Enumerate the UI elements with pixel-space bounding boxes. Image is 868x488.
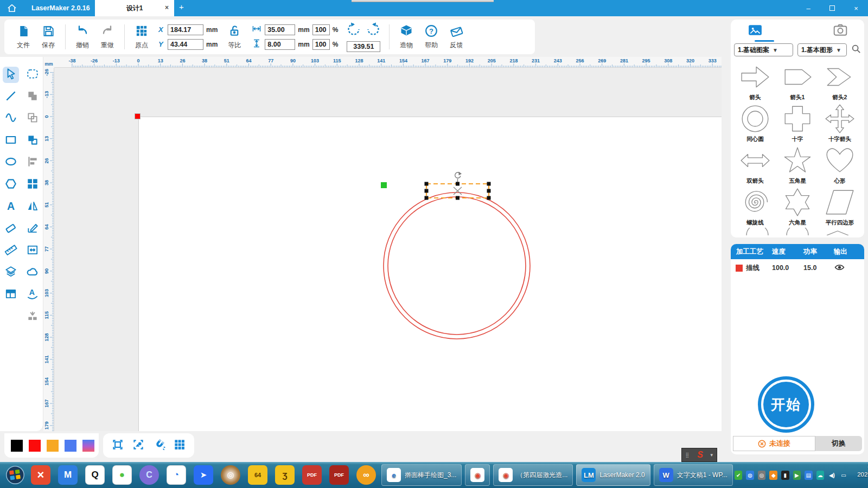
tab-capture[interactable] bbox=[833, 23, 848, 39]
rotate-ccw-button[interactable] bbox=[347, 22, 361, 38]
x-position-input[interactable]: 184.17 bbox=[168, 24, 203, 35]
color-swatch-4[interactable] bbox=[82, 440, 94, 452]
task-button-wps[interactable]: W文字文稿1 - WP... bbox=[654, 464, 733, 486]
xmind-taskbar-icon[interactable]: × bbox=[31, 465, 50, 485]
height-input[interactable]: 8.00 bbox=[265, 39, 295, 50]
category-select-2[interactable]: 1.基本图形 ▼ bbox=[797, 43, 847, 56]
shape-item-1[interactable]: 箭头1 bbox=[776, 61, 819, 101]
ime-toolbar[interactable]: ⣿ S ▾ bbox=[681, 448, 717, 462]
task-button-chrome[interactable]: ◉ bbox=[465, 464, 490, 486]
explode-tool[interactable] bbox=[24, 309, 41, 325]
tray-camera-app-icon[interactable]: ◎ bbox=[758, 471, 766, 480]
tray-docs-app-icon[interactable]: ▤ bbox=[805, 471, 813, 480]
undo-button[interactable]: 撤销 bbox=[70, 24, 95, 50]
mirror-tool[interactable] bbox=[24, 199, 41, 215]
text-path-tool[interactable]: A bbox=[24, 287, 41, 303]
shape-item-8[interactable]: 心形 bbox=[819, 144, 861, 185]
ellipse-tool[interactable] bbox=[3, 155, 19, 171]
tray-volume-icon[interactable]: ◀) bbox=[828, 471, 836, 480]
shape-item-6[interactable]: 双箭头 bbox=[734, 144, 776, 185]
tray-perf-monitor-icon[interactable]: ▮ bbox=[781, 471, 789, 480]
magnet-snap-button[interactable] bbox=[152, 438, 166, 454]
mindmaster-taskbar-icon[interactable]: M bbox=[58, 465, 78, 485]
rectangle-tool[interactable] bbox=[3, 133, 19, 149]
help-button[interactable]: ? 帮助 bbox=[419, 24, 444, 50]
lasso-tool[interactable] bbox=[24, 67, 41, 83]
line-tool[interactable] bbox=[3, 89, 19, 105]
select-tool[interactable] bbox=[3, 67, 19, 83]
category-select-1[interactable]: 1.基础图案 ▼ bbox=[734, 43, 793, 56]
file-button[interactable]: 文件 bbox=[11, 24, 36, 50]
home-button[interactable] bbox=[0, 0, 24, 16]
text-tool[interactable]: A bbox=[3, 199, 19, 215]
combine-tool[interactable] bbox=[24, 133, 41, 149]
tile-tool[interactable] bbox=[24, 177, 41, 193]
subtract-tool[interactable] bbox=[24, 111, 41, 127]
close-button[interactable]: × bbox=[844, 0, 868, 16]
grid-toggle-button[interactable] bbox=[173, 438, 187, 454]
table-tool[interactable] bbox=[3, 287, 19, 303]
shape-item-2[interactable]: 箭头2 bbox=[819, 61, 861, 101]
polygon-tool[interactable] bbox=[3, 177, 19, 193]
output-eye-icon[interactable] bbox=[834, 263, 845, 273]
ruler-tool[interactable] bbox=[3, 243, 19, 259]
color-swatch-3[interactable] bbox=[65, 440, 76, 452]
save-button[interactable]: 保存 bbox=[36, 24, 61, 50]
width-input[interactable]: 35.00 bbox=[265, 24, 295, 35]
redo-button[interactable]: 重做 bbox=[95, 24, 120, 50]
layers-tool[interactable] bbox=[3, 265, 19, 281]
thunder-taskbar-icon[interactable]: Ʒ bbox=[275, 465, 295, 485]
tray-network-icon[interactable]: ▭ bbox=[840, 471, 848, 480]
curve-tool[interactable] bbox=[3, 111, 19, 127]
tray-security-shield-icon[interactable]: ◆ bbox=[769, 471, 777, 480]
height-percent-input[interactable]: 100 bbox=[312, 39, 330, 50]
process-row-0[interactable]: 描线 100.0 15.0 bbox=[731, 259, 864, 277]
circle-app-taskbar-icon[interactable]: C bbox=[139, 465, 159, 485]
align-tool[interactable] bbox=[24, 155, 41, 171]
wechat-taskbar-icon[interactable]: ● bbox=[112, 465, 132, 485]
switch-device-button[interactable]: 切换 bbox=[815, 436, 862, 451]
new-tab-button[interactable]: + bbox=[179, 2, 184, 11]
baidu-netdisk-taskbar-icon[interactable]: ◔ bbox=[167, 465, 186, 485]
tray-network-globe-icon[interactable]: ◍ bbox=[746, 471, 754, 480]
pdf-editor-taskbar-icon[interactable]: PDF bbox=[329, 465, 349, 485]
connection-status[interactable]: 未连接 bbox=[733, 436, 815, 451]
outer-circle-shape[interactable] bbox=[384, 192, 530, 339]
task-button-chrome-laser[interactable]: ◉（第四届激光造... bbox=[493, 464, 573, 486]
color-swatch-2[interactable] bbox=[47, 440, 59, 452]
color-swatch-1[interactable] bbox=[29, 440, 41, 452]
union-tool[interactable] bbox=[24, 89, 41, 105]
tray-video-app-icon[interactable]: ▶ bbox=[793, 471, 801, 480]
eraser-tool[interactable] bbox=[3, 221, 19, 237]
tray-usb-device-icon[interactable]: ✔ bbox=[735, 471, 743, 480]
feishu-taskbar-icon[interactable]: ➤ bbox=[194, 465, 213, 485]
canvas-viewport[interactable] bbox=[54, 68, 722, 431]
tab-vector-gallery[interactable] bbox=[747, 23, 763, 39]
rotation-input[interactable]: 339.51 bbox=[347, 41, 380, 52]
tab-close-icon[interactable]: × bbox=[165, 4, 169, 11]
tray-cloud-sync-icon[interactable]: ☁ bbox=[816, 471, 825, 480]
thunder-64-taskbar-icon[interactable]: 64 bbox=[248, 465, 267, 485]
shape-item-5[interactable]: 十字箭头 bbox=[819, 102, 861, 143]
shape-item-7[interactable]: 五角星 bbox=[776, 144, 819, 185]
expand-tool[interactable] bbox=[24, 243, 41, 259]
y-position-input[interactable]: 43.44 bbox=[168, 39, 203, 50]
node-edit-tool[interactable] bbox=[24, 221, 41, 237]
create-button[interactable]: 造物 bbox=[394, 24, 419, 50]
shape-item-10[interactable]: 六角星 bbox=[776, 186, 819, 227]
tray-clock[interactable]: 13:412024/6/19 星期三 bbox=[854, 461, 868, 488]
origin-button[interactable]: 原点 bbox=[129, 24, 154, 50]
shape-item-4[interactable]: 十字 bbox=[776, 102, 819, 143]
search-icon[interactable] bbox=[851, 44, 861, 56]
document-tab[interactable]: 设计1 × bbox=[95, 0, 174, 16]
start-button[interactable]: 开始 bbox=[758, 376, 814, 433]
orange-tool-taskbar-icon[interactable]: ∞ bbox=[356, 465, 376, 485]
minimize-button[interactable]: – bbox=[796, 0, 820, 16]
maximize-button[interactable] bbox=[820, 0, 844, 16]
shape-item-3[interactable]: 同心圆 bbox=[734, 102, 776, 143]
shape-item-11[interactable]: 平行四边形 bbox=[819, 186, 861, 227]
task-button-lasermaker[interactable]: LMLaserMaker 2.0 bbox=[576, 464, 650, 486]
rotate-cw-button[interactable] bbox=[366, 22, 380, 38]
foxit-pdf-taskbar-icon[interactable]: PDF bbox=[302, 465, 322, 485]
qq-taskbar-icon[interactable]: Q bbox=[85, 465, 105, 485]
